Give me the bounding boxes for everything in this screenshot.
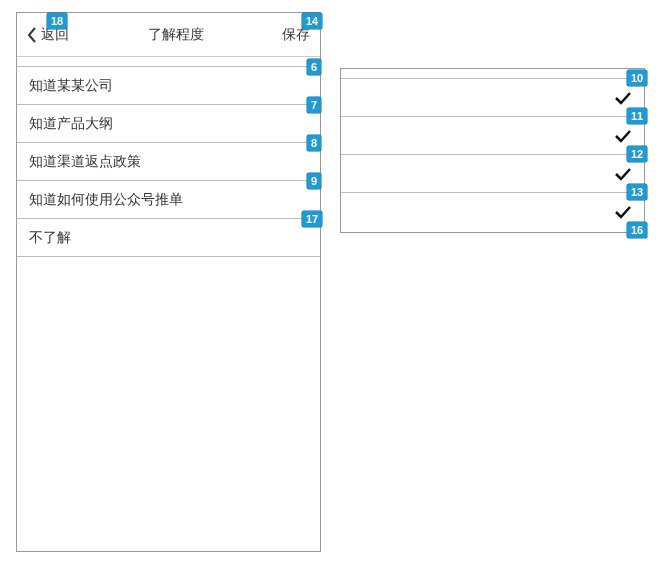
list-item-label: 知道渠道返点政策 xyxy=(29,153,308,171)
list-item-label: 知道某某公司 xyxy=(29,77,308,95)
list-item[interactable]: 不了解 xyxy=(17,219,320,257)
list-item[interactable] xyxy=(341,117,644,155)
right-header-gap xyxy=(341,69,644,79)
chevron-left-icon xyxy=(27,27,37,43)
list-item[interactable]: 知道渠道返点政策 xyxy=(17,143,320,181)
left-panel: 返回 了解程度 保存 知道某某公司 知道产品大纲 知道渠道返点政策 知道如何使用… xyxy=(16,12,321,552)
back-label: 返回 xyxy=(41,26,69,44)
list-item[interactable]: 知道某某公司 xyxy=(17,67,320,105)
check-icon xyxy=(614,127,632,145)
list-item-label: 知道产品大纲 xyxy=(29,115,308,133)
check-icon xyxy=(614,165,632,183)
right-panel xyxy=(340,68,645,233)
header-bar: 返回 了解程度 保存 xyxy=(17,13,320,57)
check-icon xyxy=(614,89,632,107)
save-button[interactable]: 保存 xyxy=(282,26,310,44)
back-button[interactable]: 返回 xyxy=(27,26,69,44)
list-item[interactable] xyxy=(341,193,644,231)
list-item[interactable]: 知道产品大纲 xyxy=(17,105,320,143)
list-item-label: 知道如何使用公众号推单 xyxy=(29,191,308,209)
list-item[interactable]: 知道如何使用公众号推单 xyxy=(17,181,320,219)
list-item[interactable] xyxy=(341,79,644,117)
list-item[interactable] xyxy=(341,155,644,193)
check-icon xyxy=(614,203,632,221)
header-gap xyxy=(17,57,320,67)
list-item-label: 不了解 xyxy=(29,229,308,247)
page-title: 了解程度 xyxy=(148,26,204,44)
